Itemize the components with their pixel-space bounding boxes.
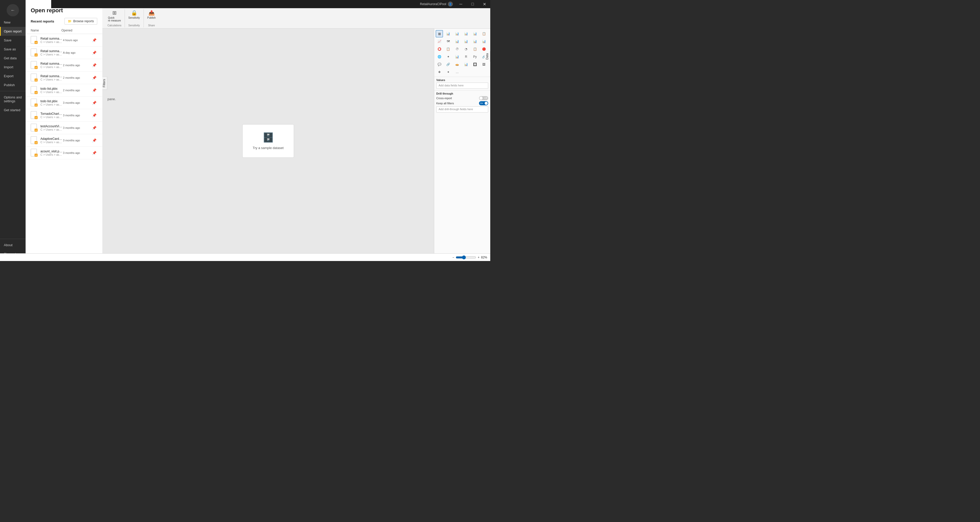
viz-icon-matrix[interactable]: 📋 xyxy=(480,30,487,37)
sidebar-item-publish[interactable]: Publish xyxy=(0,81,25,89)
cross-report-toggle[interactable]: Off xyxy=(479,96,488,100)
sidebar-item-open-report[interactable]: Open report xyxy=(0,27,25,36)
viz-icon-filled-map[interactable]: ✦ xyxy=(445,53,452,60)
viz-icon-azure-map[interactable]: ✦ xyxy=(445,68,452,76)
file-name: Retail summary store ops.pbix xyxy=(40,37,63,40)
file-name: todo list.pbix xyxy=(40,87,63,90)
maximize-button[interactable]: □ xyxy=(467,0,479,8)
sidebar-item-options[interactable]: Options and settings xyxy=(0,93,25,106)
pin-icon[interactable]: 📌 xyxy=(91,138,97,143)
sensitivity-button[interactable]: 🔒 Sensitivity xyxy=(127,9,142,20)
viz-icon-donut[interactable]: ⭕ xyxy=(436,46,443,53)
data-tab[interactable]: Data xyxy=(484,51,490,62)
viz-icon-100pct-bar[interactable]: 📊 xyxy=(471,30,479,37)
file-item[interactable]: d acount_visit.pbix C > Users > asanglik… xyxy=(25,147,102,159)
sidebar-item-get-started[interactable]: Get started xyxy=(0,106,25,114)
viz-icon-r-visual[interactable]: R xyxy=(462,53,469,60)
pin-icon[interactable]: 📌 xyxy=(91,151,97,155)
viz-icon-pie[interactable]: 📊 xyxy=(480,38,487,45)
sidebar-item-new[interactable]: New xyxy=(0,18,25,27)
viz-icon-table[interactable]: ▦ xyxy=(436,30,443,37)
keep-all-filters-label: Keep all filters xyxy=(436,102,454,105)
pin-icon[interactable]: 📌 xyxy=(91,113,97,117)
quick-measure-button[interactable]: ⊞ Quickre measure xyxy=(107,9,123,22)
viz-icon-kpi[interactable]: 📋 xyxy=(471,46,479,53)
viz-icon-paginated[interactable]: 🔲 xyxy=(471,61,479,68)
file-path: C > Users > asanglikar > OneDrive - Micr… xyxy=(40,103,63,106)
sidebar-item-save[interactable]: Save xyxy=(0,36,25,45)
pin-icon[interactable]: 📌 xyxy=(91,63,97,67)
viz-icon-python-visual[interactable]: Py xyxy=(471,53,479,60)
file-item[interactable]: d AdaptiveCards106.adaptiveCards1267F9A0… xyxy=(25,134,102,147)
file-item[interactable]: d todo list.pbix C > Users > asanglikar … xyxy=(25,84,102,97)
viz-icon-line[interactable]: 📈 xyxy=(436,38,443,45)
publish-label: Publish xyxy=(147,16,156,19)
viz-icon-qa[interactable]: 💬 xyxy=(436,61,443,68)
close-button[interactable]: ✕ xyxy=(479,0,490,8)
pin-icon[interactable]: 📌 xyxy=(91,126,97,130)
file-item[interactable]: d Retail summary.pbix C > Users > asangl… xyxy=(25,71,102,84)
viz-icon-stacked-bar[interactable]: 📊 xyxy=(453,30,461,37)
file-item[interactable]: d Retail summary store ops (1).pbix C > … xyxy=(25,46,102,59)
viz-icon-more[interactable]: … xyxy=(453,68,461,76)
viz-icon-ribbon[interactable]: 📊 xyxy=(453,38,461,45)
viz-icon-clustered-bar[interactable]: 📊 xyxy=(462,30,469,37)
file-item[interactable]: d Retail summary store ops test.pbix C >… xyxy=(25,59,102,71)
table-header: Name Opened xyxy=(25,27,102,34)
sidebar: ← New Open report Save Save as Get data … xyxy=(0,0,25,261)
pin-icon[interactable]: 📌 xyxy=(91,51,97,55)
viz-icon-scatter[interactable]: 📊 xyxy=(471,38,479,45)
viz-icon-waterfall[interactable]: 📊 xyxy=(462,38,469,45)
pin-icon[interactable]: 📌 xyxy=(91,38,97,42)
cross-report-label: Cross-report xyxy=(436,97,452,100)
file-item[interactable]: d Retail summary store ops.pbix C > User… xyxy=(25,34,102,46)
minimize-button[interactable]: ─ xyxy=(455,0,467,8)
file-item[interactable]: d testAccountVisit.pbix C > Users > asan… xyxy=(25,122,102,134)
keep-all-filters-toggle[interactable]: On xyxy=(479,101,488,105)
file-name: testAccountVisit.pbix xyxy=(40,124,63,128)
file-path: C > Users > asanglikar > Downloads > Ret… xyxy=(40,65,63,68)
values-section: Values Add data fields here xyxy=(434,77,490,90)
ribbon-group-calculations: ⊞ Quickre measure Calculations xyxy=(104,9,125,27)
file-name: Retail summary store ops test.pbix xyxy=(40,62,63,65)
viz-icon-smart-narrative[interactable]: 🥧 xyxy=(453,61,461,68)
folder-icon: 📁 xyxy=(68,19,72,23)
publish-icon: 📤 xyxy=(148,10,155,16)
ribbon: ⊞ Quickre measure Calculations 🔒 Sensiti… xyxy=(102,8,490,29)
viz-icon-power-apps[interactable]: 🖼 xyxy=(480,61,487,68)
pin-icon[interactable]: 📌 xyxy=(91,76,97,80)
file-item[interactable]: d TornadoChart.TornadoChart1452517688218… xyxy=(25,109,102,122)
file-icon: d xyxy=(31,36,38,44)
file-opened: A day ago xyxy=(63,51,91,54)
viz-icon-treemap[interactable]: 📋 xyxy=(445,46,452,53)
canvas-area: 🗄️ Try a sample dataset xyxy=(102,29,434,253)
sidebar-item-about[interactable]: About xyxy=(0,241,25,249)
browse-reports-button[interactable]: 📁 Browse reports xyxy=(64,18,97,25)
viz-icon-decomp-tree[interactable]: 🔗 xyxy=(445,61,452,68)
file-item[interactable]: d todo list.pbix C > Users > asanglikar … xyxy=(25,97,102,109)
file-list: d Retail summary store ops.pbix C > User… xyxy=(25,34,102,261)
publish-button[interactable]: 📤 Publish xyxy=(146,9,158,20)
sidebar-item-export[interactable]: Export xyxy=(0,71,25,81)
sidebar-item-import[interactable]: Import xyxy=(0,63,25,71)
sidebar-item-get-data[interactable]: Get data xyxy=(0,54,25,63)
viz-icon-card[interactable]: ◔ xyxy=(462,46,469,53)
zoom-slider[interactable] xyxy=(456,255,476,259)
viz-icon-funnel[interactable]: 📊 xyxy=(453,53,461,60)
values-field[interactable]: Add data fields here xyxy=(436,83,488,89)
sample-dataset-text[interactable]: Try a sample dataset xyxy=(253,146,284,150)
viz-icon-gauge[interactable]: ⏱ xyxy=(453,46,461,53)
zoom-in-icon[interactable]: + xyxy=(478,255,479,259)
pin-icon[interactable]: 📌 xyxy=(91,101,97,105)
viz-icon-map[interactable]: 🌐 xyxy=(436,53,443,60)
pin-icon[interactable]: 📌 xyxy=(91,88,97,92)
sidebar-item-save-as[interactable]: Save as xyxy=(0,45,25,54)
viz-icon-power-automate[interactable]: ❖ xyxy=(436,68,443,76)
back-button[interactable]: ← xyxy=(6,4,19,16)
drill-through-field[interactable]: Add drill-through fields here xyxy=(436,106,488,113)
file-icon: d xyxy=(31,61,38,69)
viz-icon-metrics[interactable]: 📊 xyxy=(462,61,469,68)
viz-icon-bar[interactable]: 📊 xyxy=(445,30,452,37)
zoom-out-icon[interactable]: − xyxy=(452,255,454,259)
viz-icon-area[interactable]: 🗺 xyxy=(445,38,452,45)
